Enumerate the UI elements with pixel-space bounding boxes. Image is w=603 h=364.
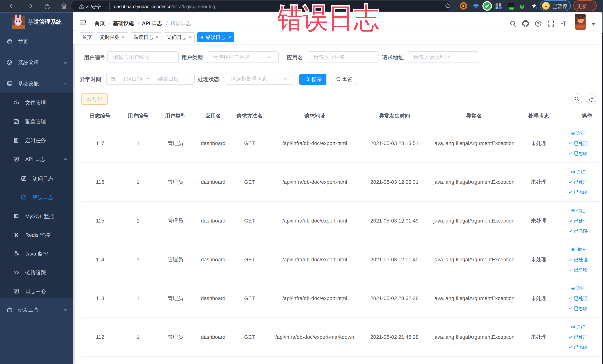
svg-text:错误日志: 错误日志 <box>277 2 379 34</box>
svg-text:on: on <box>510 7 512 10</box>
